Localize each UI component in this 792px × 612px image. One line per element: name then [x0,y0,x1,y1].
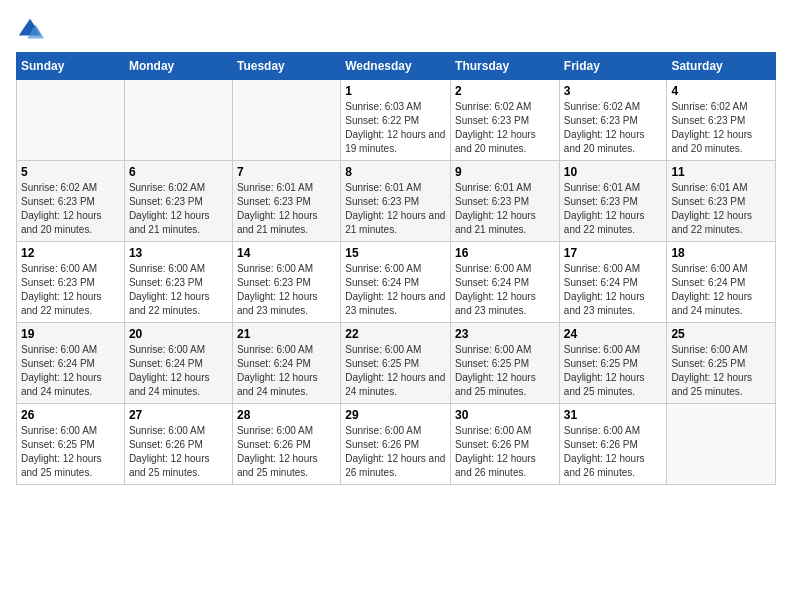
header-sunday: Sunday [17,53,125,80]
calendar-cell: 25Sunrise: 6:00 AMSunset: 6:25 PMDayligh… [667,323,776,404]
day-info: Sunrise: 6:01 AMSunset: 6:23 PMDaylight:… [345,181,446,237]
day-info: Sunrise: 6:02 AMSunset: 6:23 PMDaylight:… [455,100,555,156]
calendar-week-4: 26Sunrise: 6:00 AMSunset: 6:25 PMDayligh… [17,404,776,485]
calendar-cell: 30Sunrise: 6:00 AMSunset: 6:26 PMDayligh… [451,404,560,485]
day-number: 6 [129,165,228,179]
calendar-cell: 1Sunrise: 6:03 AMSunset: 6:22 PMDaylight… [341,80,451,161]
calendar-cell: 14Sunrise: 6:00 AMSunset: 6:23 PMDayligh… [232,242,340,323]
day-number: 23 [455,327,555,341]
calendar-cell: 10Sunrise: 6:01 AMSunset: 6:23 PMDayligh… [559,161,667,242]
day-number: 28 [237,408,336,422]
header-friday: Friday [559,53,667,80]
calendar-cell: 13Sunrise: 6:00 AMSunset: 6:23 PMDayligh… [124,242,232,323]
calendar-cell [124,80,232,161]
day-number: 15 [345,246,446,260]
header-thursday: Thursday [451,53,560,80]
header-tuesday: Tuesday [232,53,340,80]
day-number: 14 [237,246,336,260]
day-info: Sunrise: 6:02 AMSunset: 6:23 PMDaylight:… [21,181,120,237]
day-info: Sunrise: 6:02 AMSunset: 6:23 PMDaylight:… [564,100,663,156]
day-info: Sunrise: 6:00 AMSunset: 6:26 PMDaylight:… [345,424,446,480]
day-info: Sunrise: 6:00 AMSunset: 6:24 PMDaylight:… [21,343,120,399]
day-info: Sunrise: 6:00 AMSunset: 6:23 PMDaylight:… [129,262,228,318]
day-number: 4 [671,84,771,98]
calendar-cell [17,80,125,161]
calendar-cell: 3Sunrise: 6:02 AMSunset: 6:23 PMDaylight… [559,80,667,161]
day-number: 18 [671,246,771,260]
calendar-cell: 19Sunrise: 6:00 AMSunset: 6:24 PMDayligh… [17,323,125,404]
day-number: 21 [237,327,336,341]
day-info: Sunrise: 6:00 AMSunset: 6:24 PMDaylight:… [671,262,771,318]
day-info: Sunrise: 6:00 AMSunset: 6:23 PMDaylight:… [21,262,120,318]
calendar-cell: 29Sunrise: 6:00 AMSunset: 6:26 PMDayligh… [341,404,451,485]
day-number: 8 [345,165,446,179]
calendar-cell: 28Sunrise: 6:00 AMSunset: 6:26 PMDayligh… [232,404,340,485]
calendar-cell: 20Sunrise: 6:00 AMSunset: 6:24 PMDayligh… [124,323,232,404]
day-info: Sunrise: 6:00 AMSunset: 6:25 PMDaylight:… [345,343,446,399]
day-number: 1 [345,84,446,98]
day-info: Sunrise: 6:00 AMSunset: 6:26 PMDaylight:… [237,424,336,480]
header [16,16,776,44]
header-saturday: Saturday [667,53,776,80]
calendar-cell: 26Sunrise: 6:00 AMSunset: 6:25 PMDayligh… [17,404,125,485]
day-info: Sunrise: 6:01 AMSunset: 6:23 PMDaylight:… [455,181,555,237]
calendar-cell: 2Sunrise: 6:02 AMSunset: 6:23 PMDaylight… [451,80,560,161]
day-info: Sunrise: 6:00 AMSunset: 6:25 PMDaylight:… [21,424,120,480]
day-number: 26 [21,408,120,422]
day-info: Sunrise: 6:01 AMSunset: 6:23 PMDaylight:… [671,181,771,237]
day-number: 25 [671,327,771,341]
calendar-cell: 16Sunrise: 6:00 AMSunset: 6:24 PMDayligh… [451,242,560,323]
day-info: Sunrise: 6:02 AMSunset: 6:23 PMDaylight:… [671,100,771,156]
day-number: 12 [21,246,120,260]
day-number: 3 [564,84,663,98]
day-info: Sunrise: 6:00 AMSunset: 6:24 PMDaylight:… [237,343,336,399]
calendar-cell [232,80,340,161]
day-number: 13 [129,246,228,260]
header-wednesday: Wednesday [341,53,451,80]
calendar-cell: 5Sunrise: 6:02 AMSunset: 6:23 PMDaylight… [17,161,125,242]
calendar-cell: 21Sunrise: 6:00 AMSunset: 6:24 PMDayligh… [232,323,340,404]
calendar-header-row: SundayMondayTuesdayWednesdayThursdayFrid… [17,53,776,80]
day-number: 2 [455,84,555,98]
day-number: 29 [345,408,446,422]
day-info: Sunrise: 6:01 AMSunset: 6:23 PMDaylight:… [237,181,336,237]
day-number: 16 [455,246,555,260]
calendar-cell: 17Sunrise: 6:00 AMSunset: 6:24 PMDayligh… [559,242,667,323]
calendar-week-2: 12Sunrise: 6:00 AMSunset: 6:23 PMDayligh… [17,242,776,323]
calendar-cell: 9Sunrise: 6:01 AMSunset: 6:23 PMDaylight… [451,161,560,242]
calendar-cell: 6Sunrise: 6:02 AMSunset: 6:23 PMDaylight… [124,161,232,242]
calendar-cell: 11Sunrise: 6:01 AMSunset: 6:23 PMDayligh… [667,161,776,242]
calendar: SundayMondayTuesdayWednesdayThursdayFrid… [16,52,776,485]
calendar-cell: 31Sunrise: 6:00 AMSunset: 6:26 PMDayligh… [559,404,667,485]
day-number: 17 [564,246,663,260]
logo-icon [16,16,44,44]
day-info: Sunrise: 6:00 AMSunset: 6:25 PMDaylight:… [564,343,663,399]
calendar-week-0: 1Sunrise: 6:03 AMSunset: 6:22 PMDaylight… [17,80,776,161]
day-info: Sunrise: 6:00 AMSunset: 6:24 PMDaylight:… [455,262,555,318]
day-number: 22 [345,327,446,341]
logo [16,16,48,44]
calendar-cell: 4Sunrise: 6:02 AMSunset: 6:23 PMDaylight… [667,80,776,161]
day-info: Sunrise: 6:00 AMSunset: 6:23 PMDaylight:… [237,262,336,318]
day-info: Sunrise: 6:00 AMSunset: 6:24 PMDaylight:… [345,262,446,318]
day-info: Sunrise: 6:00 AMSunset: 6:26 PMDaylight:… [455,424,555,480]
day-number: 19 [21,327,120,341]
day-number: 5 [21,165,120,179]
day-number: 27 [129,408,228,422]
calendar-week-1: 5Sunrise: 6:02 AMSunset: 6:23 PMDaylight… [17,161,776,242]
day-number: 31 [564,408,663,422]
day-info: Sunrise: 6:03 AMSunset: 6:22 PMDaylight:… [345,100,446,156]
calendar-cell: 23Sunrise: 6:00 AMSunset: 6:25 PMDayligh… [451,323,560,404]
day-info: Sunrise: 6:00 AMSunset: 6:24 PMDaylight:… [564,262,663,318]
day-number: 9 [455,165,555,179]
day-info: Sunrise: 6:00 AMSunset: 6:26 PMDaylight:… [564,424,663,480]
day-number: 20 [129,327,228,341]
calendar-cell: 12Sunrise: 6:00 AMSunset: 6:23 PMDayligh… [17,242,125,323]
day-number: 10 [564,165,663,179]
day-info: Sunrise: 6:00 AMSunset: 6:26 PMDaylight:… [129,424,228,480]
day-info: Sunrise: 6:00 AMSunset: 6:25 PMDaylight:… [455,343,555,399]
calendar-cell: 27Sunrise: 6:00 AMSunset: 6:26 PMDayligh… [124,404,232,485]
day-info: Sunrise: 6:02 AMSunset: 6:23 PMDaylight:… [129,181,228,237]
calendar-cell: 15Sunrise: 6:00 AMSunset: 6:24 PMDayligh… [341,242,451,323]
day-info: Sunrise: 6:00 AMSunset: 6:25 PMDaylight:… [671,343,771,399]
